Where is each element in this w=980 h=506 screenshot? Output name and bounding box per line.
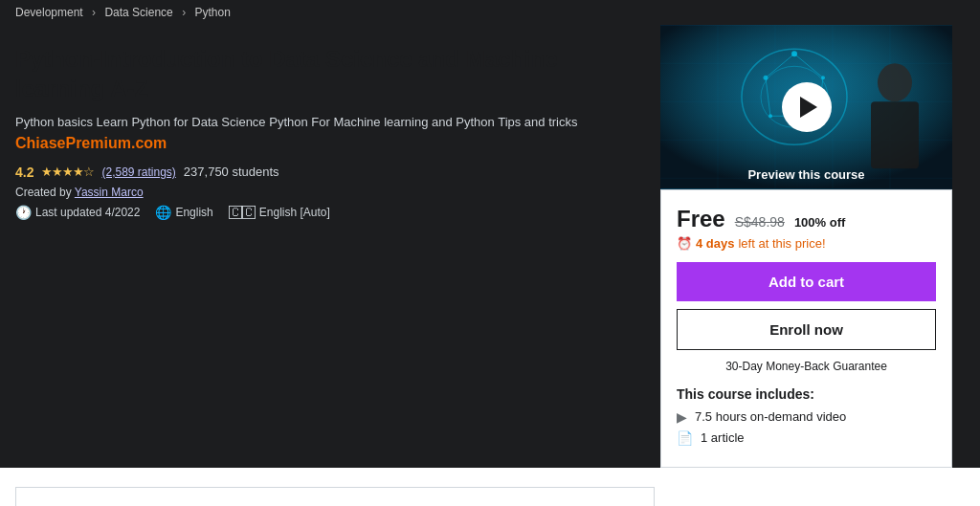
main-content: What you'll learn ✓ Uderstand the basics… <box>0 468 670 506</box>
svg-point-21 <box>878 63 912 101</box>
rating-count[interactable]: (2,589 ratings) <box>101 165 175 179</box>
author-link[interactable]: Yassin Marco <box>75 186 144 199</box>
includes-video-text: 7.5 hours on-demand video <box>695 409 846 424</box>
rating-row: 4.2 ★★★★☆ (2,589 ratings) 237,750 studen… <box>15 165 641 180</box>
course-description: Python basics Learn Python for Data Scie… <box>15 113 641 155</box>
includes-list: ▶ 7.5 hours on-demand video 📄 1 article <box>677 409 936 446</box>
breadcrumb-data-science[interactable]: Data Science <box>104 6 172 19</box>
price-row: Free S$48.98 100% off <box>677 206 936 232</box>
svg-rect-22 <box>871 101 919 168</box>
alarm-icon: ⏰ <box>677 236 692 251</box>
countdown-label: left at this price! <box>738 236 825 251</box>
price-free: Free <box>677 206 725 232</box>
meta-row: 🕐 Last updated 4/2022 🌐 English 🄲🄲 Engli… <box>15 205 641 220</box>
created-by: Created by Yassin Marco <box>15 186 641 199</box>
course-title: Python-Introduction to Data Science and … <box>15 44 641 103</box>
price-off: 100% off <box>794 215 845 230</box>
breadcrumb-development[interactable]: Development <box>15 6 83 19</box>
students-count: 237,750 students <box>184 165 279 179</box>
meta-language: 🌐 English <box>155 205 212 220</box>
includes-item-video: ▶ 7.5 hours on-demand video <box>677 409 936 425</box>
breadcrumb-sep2: › <box>182 6 186 19</box>
breadcrumb-python[interactable]: Python <box>194 6 230 19</box>
article-icon: 📄 <box>677 430 693 446</box>
sidebar-card: Free S$48.98 100% off ⏰ 4 days left at t… <box>660 189 952 468</box>
top-bar: Development › Data Science › Python <box>0 0 980 25</box>
countdown: ⏰ 4 days left at this price! <box>677 236 936 251</box>
video-icon: ▶ <box>677 409 687 425</box>
captions-text: English [Auto] <box>259 206 330 219</box>
clock-icon: 🕐 <box>15 205 32 220</box>
meta-updated: 🕐 Last updated 4/2022 <box>15 205 140 220</box>
course-desc-text: Python basics Learn Python for Data Scie… <box>15 115 578 129</box>
money-back-guarantee: 30-Day Money-Back Guarantee <box>677 360 936 373</box>
globe-icon: 🌐 <box>155 205 171 220</box>
stars: ★★★★☆ <box>41 165 94 179</box>
countdown-days: 4 days <box>696 236 734 251</box>
enroll-now-button[interactable]: Enroll now <box>677 309 936 350</box>
play-button[interactable] <box>782 82 832 132</box>
includes-title: This course includes: <box>677 386 936 402</box>
preview-label: Preview this course <box>660 167 952 182</box>
created-by-label: Created by <box>15 186 72 199</box>
includes-article-text: 1 article <box>701 430 745 445</box>
cc-icon: 🄲🄲 <box>229 205 256 220</box>
rating-score: 4.2 <box>15 165 33 180</box>
video-thumbnail[interactable]: Preview this course <box>660 25 952 189</box>
includes-item-article: 📄 1 article <box>677 430 936 446</box>
updated-text: Last updated 4/2022 <box>35 206 140 219</box>
price-original: S$48.98 <box>735 214 785 230</box>
brand-label: ChiasePremium.com <box>15 135 167 151</box>
meta-captions: 🄲🄲 English [Auto] <box>229 205 330 220</box>
hero-right: Preview this course Free S$48.98 100% of… <box>660 25 952 468</box>
learn-box: What you'll learn ✓ Uderstand the basics… <box>15 487 655 506</box>
language-text: English <box>175 206 212 219</box>
breadcrumb-sep1: › <box>92 6 96 19</box>
add-to-cart-button[interactable]: Add to cart <box>677 262 936 301</box>
